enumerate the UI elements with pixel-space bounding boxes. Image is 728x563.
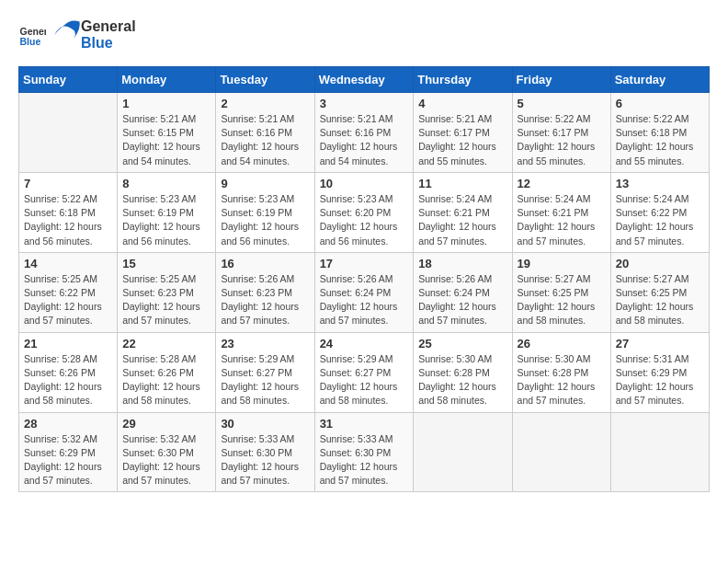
day-info: Sunrise: 5:24 AMSunset: 6:22 PMDaylight:… [616,192,704,248]
calendar-cell: 15Sunrise: 5:25 AMSunset: 6:23 PMDayligh… [118,252,216,332]
day-number: 10 [320,177,409,190]
day-info: Sunrise: 5:25 AMSunset: 6:23 PMDaylight:… [122,272,210,328]
day-number: 27 [616,337,704,350]
calendar-cell [610,412,709,492]
day-number: 22 [122,337,210,350]
day-number: 13 [616,177,704,190]
day-info: Sunrise: 5:30 AMSunset: 6:28 PMDaylight:… [518,352,606,408]
day-info: Sunrise: 5:33 AMSunset: 6:30 PMDaylight:… [221,432,309,488]
calendar-cell: 26Sunrise: 5:30 AMSunset: 6:28 PMDayligh… [512,332,610,412]
calendar-cell: 30Sunrise: 5:33 AMSunset: 6:30 PMDayligh… [216,412,314,492]
calendar-cell: 7Sunrise: 5:22 AMSunset: 6:18 PMDaylight… [19,172,118,252]
calendar-cell: 2Sunrise: 5:21 AMSunset: 6:16 PMDaylight… [216,93,314,173]
day-number: 3 [320,97,409,110]
calendar-cell: 14Sunrise: 5:25 AMSunset: 6:22 PMDayligh… [19,252,118,332]
day-number: 1 [122,97,210,110]
day-number: 23 [221,337,309,350]
day-info: Sunrise: 5:27 AMSunset: 6:25 PMDaylight:… [518,272,606,328]
day-info: Sunrise: 5:26 AMSunset: 6:24 PMDaylight:… [418,272,506,328]
calendar-header-saturday: Saturday [610,67,709,93]
day-info: Sunrise: 5:26 AMSunset: 6:24 PMDaylight:… [320,272,409,328]
day-number: 8 [122,177,210,190]
calendar-cell: 20Sunrise: 5:27 AMSunset: 6:25 PMDayligh… [610,252,709,332]
day-number: 19 [518,257,606,270]
day-number: 2 [221,97,309,110]
day-info: Sunrise: 5:22 AMSunset: 6:18 PMDaylight:… [616,112,704,168]
day-number: 26 [518,337,606,350]
calendar-cell: 25Sunrise: 5:30 AMSunset: 6:28 PMDayligh… [414,332,512,412]
calendar-cell: 9Sunrise: 5:23 AMSunset: 6:19 PMDaylight… [216,172,314,252]
logo-general-text: General [81,18,136,35]
calendar-week-row: 1Sunrise: 5:21 AMSunset: 6:15 PMDaylight… [19,93,710,173]
day-number: 28 [24,417,112,431]
day-info: Sunrise: 5:21 AMSunset: 6:15 PMDaylight:… [122,112,210,168]
logo-bird-icon [48,18,81,52]
calendar-header-wednesday: Wednesday [314,67,414,93]
calendar-cell: 23Sunrise: 5:29 AMSunset: 6:27 PMDayligh… [216,332,314,412]
calendar-header-thursday: Thursday [414,67,512,93]
calendar-cell: 28Sunrise: 5:32 AMSunset: 6:29 PMDayligh… [19,412,118,492]
calendar-week-row: 28Sunrise: 5:32 AMSunset: 6:29 PMDayligh… [19,412,710,492]
calendar-cell: 16Sunrise: 5:26 AMSunset: 6:23 PMDayligh… [216,252,314,332]
calendar-header-friday: Friday [512,67,610,93]
header: General Blue General Blue [18,18,710,52]
calendar-cell: 24Sunrise: 5:29 AMSunset: 6:27 PMDayligh… [314,332,414,412]
day-info: Sunrise: 5:28 AMSunset: 6:26 PMDaylight:… [24,352,112,408]
calendar-cell: 31Sunrise: 5:33 AMSunset: 6:30 PMDayligh… [314,412,414,492]
day-number: 7 [24,177,112,190]
calendar-header-row: SundayMondayTuesdayWednesdayThursdayFrid… [19,67,710,93]
calendar-cell: 5Sunrise: 5:22 AMSunset: 6:17 PMDaylight… [512,93,610,173]
day-number: 16 [221,257,309,270]
day-info: Sunrise: 5:32 AMSunset: 6:30 PMDaylight:… [122,432,210,488]
day-number: 6 [616,97,704,110]
day-number: 31 [320,417,409,431]
day-info: Sunrise: 5:28 AMSunset: 6:26 PMDaylight:… [122,352,210,408]
calendar-header-sunday: Sunday [19,67,118,93]
day-info: Sunrise: 5:23 AMSunset: 6:19 PMDaylight:… [221,192,309,248]
day-info: Sunrise: 5:31 AMSunset: 6:29 PMDaylight:… [616,352,704,408]
day-number: 14 [24,257,112,270]
day-number: 4 [418,97,506,110]
calendar-cell [512,412,610,492]
calendar-header-tuesday: Tuesday [216,67,314,93]
calendar-header-monday: Monday [118,67,216,93]
svg-text:Blue: Blue [20,36,41,47]
day-number: 24 [320,337,409,350]
day-info: Sunrise: 5:32 AMSunset: 6:29 PMDaylight:… [24,432,112,488]
day-info: Sunrise: 5:33 AMSunset: 6:30 PMDaylight:… [320,432,409,488]
day-info: Sunrise: 5:24 AMSunset: 6:21 PMDaylight:… [518,192,606,248]
calendar-cell: 4Sunrise: 5:21 AMSunset: 6:17 PMDaylight… [414,93,512,173]
day-info: Sunrise: 5:23 AMSunset: 6:20 PMDaylight:… [320,192,409,248]
calendar-cell: 10Sunrise: 5:23 AMSunset: 6:20 PMDayligh… [314,172,414,252]
calendar-cell: 17Sunrise: 5:26 AMSunset: 6:24 PMDayligh… [314,252,414,332]
calendar-cell: 3Sunrise: 5:21 AMSunset: 6:16 PMDaylight… [314,93,414,173]
calendar-week-row: 21Sunrise: 5:28 AMSunset: 6:26 PMDayligh… [19,332,710,412]
calendar-cell: 8Sunrise: 5:23 AMSunset: 6:19 PMDaylight… [118,172,216,252]
calendar-cell: 13Sunrise: 5:24 AMSunset: 6:22 PMDayligh… [610,172,709,252]
day-info: Sunrise: 5:30 AMSunset: 6:28 PMDaylight:… [418,352,506,408]
day-info: Sunrise: 5:21 AMSunset: 6:17 PMDaylight:… [418,112,506,168]
day-info: Sunrise: 5:29 AMSunset: 6:27 PMDaylight:… [221,352,309,408]
logo-icon: General Blue [18,21,46,49]
calendar-cell: 27Sunrise: 5:31 AMSunset: 6:29 PMDayligh… [610,332,709,412]
day-number: 12 [518,177,606,190]
calendar-cell: 21Sunrise: 5:28 AMSunset: 6:26 PMDayligh… [19,332,118,412]
day-number: 21 [24,337,112,350]
day-info: Sunrise: 5:23 AMSunset: 6:19 PMDaylight:… [122,192,210,248]
calendar-cell [414,412,512,492]
day-number: 29 [122,417,210,431]
day-number: 15 [122,257,210,270]
calendar-cell: 11Sunrise: 5:24 AMSunset: 6:21 PMDayligh… [414,172,512,252]
day-info: Sunrise: 5:22 AMSunset: 6:18 PMDaylight:… [24,192,112,248]
day-info: Sunrise: 5:22 AMSunset: 6:17 PMDaylight:… [518,112,606,168]
day-info: Sunrise: 5:24 AMSunset: 6:21 PMDaylight:… [418,192,506,248]
calendar-cell: 12Sunrise: 5:24 AMSunset: 6:21 PMDayligh… [512,172,610,252]
calendar-week-row: 7Sunrise: 5:22 AMSunset: 6:18 PMDaylight… [19,172,710,252]
day-number: 20 [616,257,704,270]
day-info: Sunrise: 5:29 AMSunset: 6:27 PMDaylight:… [320,352,409,408]
day-number: 17 [320,257,409,270]
day-number: 11 [418,177,506,190]
calendar-cell: 18Sunrise: 5:26 AMSunset: 6:24 PMDayligh… [414,252,512,332]
day-info: Sunrise: 5:21 AMSunset: 6:16 PMDaylight:… [320,112,409,168]
logo-blue-text: Blue [81,35,136,52]
